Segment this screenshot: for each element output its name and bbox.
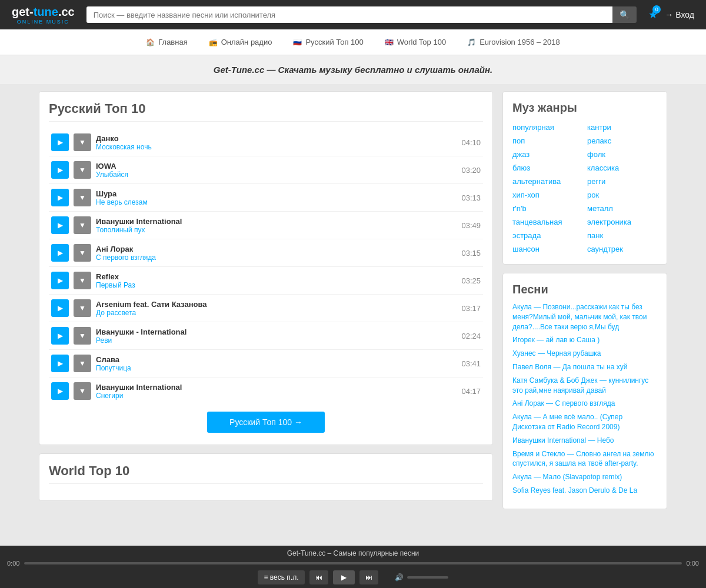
track-title: Московская ночь: [96, 143, 457, 151]
genre-link[interactable]: танцевальная: [512, 216, 582, 228]
genre-link[interactable]: шансон: [512, 243, 582, 255]
track-play-button[interactable]: ▶: [51, 327, 69, 345]
track-row: ▶ ▼ IOWA Улыбайся 03:20: [49, 156, 483, 184]
song-link[interactable]: Катя Самбука & Боб Джек — куннилингус эт…: [512, 376, 657, 396]
favorites-button[interactable]: ★ 0: [648, 8, 658, 21]
track-play-button[interactable]: ▶: [51, 133, 69, 151]
track-download-button[interactable]: ▼: [74, 382, 91, 400]
nav-home-label: Главная: [158, 38, 187, 46]
song-link[interactable]: Время и Стекло — Словно ангел на землю с…: [512, 449, 657, 469]
track-artist: Иванушки - International: [96, 328, 457, 336]
track-row: ▶ ▼ Данко Московская ночь 04:10: [49, 129, 483, 156]
genre-link[interactable]: релакс: [587, 135, 657, 146]
track-play-button[interactable]: ▶: [51, 161, 69, 179]
track-play-button[interactable]: ▶: [51, 299, 69, 317]
song-link[interactable]: Акула — Мало (Slavapotop remix): [512, 472, 657, 482]
genre-link[interactable]: поп: [512, 135, 582, 146]
track-download-button[interactable]: ▼: [74, 299, 91, 317]
login-icon: →: [665, 10, 673, 19]
search-button[interactable]: 🔍: [612, 6, 637, 23]
genre-link[interactable]: r'n'b: [512, 203, 582, 214]
genre-link[interactable]: саундтрек: [587, 243, 657, 255]
genre-link[interactable]: хип-хоп: [512, 189, 582, 201]
main-content: Русский Топ 10 ▶ ▼ Данко Московская ночь…: [29, 84, 677, 516]
track-duration: 04:17: [461, 387, 481, 396]
track-artist: Данко: [96, 134, 457, 143]
track-row: ▶ ▼ Слава Попутчица 03:41: [49, 350, 483, 377]
en-flag-icon: 🇬🇧: [385, 38, 394, 46]
nav-world-top[interactable]: 🇬🇧 World Top 100: [374, 29, 457, 55]
genre-link[interactable]: кантри: [587, 122, 657, 133]
track-duration: 03:25: [461, 276, 481, 285]
track-list: ▶ ▼ Данко Московская ночь 04:10 ▶ ▼ IOWA…: [49, 129, 483, 405]
track-download-button[interactable]: ▼: [74, 189, 91, 206]
genre-link[interactable]: популярная: [512, 122, 582, 133]
song-link[interactable]: Акула — Позвони...расскажи как ты без ме…: [512, 302, 657, 332]
nav-eurovision-label: Eurovision 1956 – 2018: [479, 38, 560, 46]
genre-link[interactable]: электроника: [587, 216, 657, 228]
track-artist: Ані Лорак: [96, 245, 457, 253]
login-button[interactable]: → Вход: [665, 10, 694, 19]
song-link[interactable]: Ані Лорак — С первого взгляда: [512, 399, 657, 409]
song-link[interactable]: Sofia Reyes feat. Jason Derulo & De La: [512, 486, 657, 496]
track-artist: Иванушки International: [96, 217, 457, 226]
header-actions: ★ 0 → Вход: [648, 8, 694, 21]
search-input[interactable]: [86, 6, 613, 23]
genre-link[interactable]: фолк: [587, 149, 657, 160]
track-play-button[interactable]: ▶: [51, 189, 69, 206]
nav-home[interactable]: 🏠 Главная: [135, 29, 198, 55]
nav-eurovision[interactable]: 🎵 Eurovision 1956 – 2018: [457, 29, 571, 55]
song-link[interactable]: Хуанес — Черная рубашка: [512, 349, 657, 359]
song-link[interactable]: Павел Воля — Да пошла ты на хуй: [512, 362, 657, 372]
track-play-button[interactable]: ▶: [51, 382, 69, 400]
track-title: Снегири: [96, 392, 457, 400]
track-download-button[interactable]: ▼: [74, 327, 91, 345]
login-label: Вход: [675, 10, 694, 19]
song-link[interactable]: Иванушки International — Небо: [512, 436, 657, 446]
track-download-button[interactable]: ▼: [74, 244, 91, 262]
track-play-button[interactable]: ▶: [51, 355, 69, 372]
track-play-button[interactable]: ▶: [51, 244, 69, 262]
track-download-button[interactable]: ▼: [74, 272, 91, 289]
search-bar: 🔍: [86, 6, 637, 23]
track-download-button[interactable]: ▼: [74, 133, 91, 151]
main-nav: 🏠 Главная 📻 Онлайн радио 🇷🇺 Русский Топ …: [0, 29, 706, 55]
track-artist: Arsenium feat. Сати Казанова: [96, 300, 457, 309]
header: get-tune.cc ONLINE MUSIC 🔍 ★ 0 → Вход: [0, 0, 706, 29]
genre-link[interactable]: металл: [587, 203, 657, 214]
track-download-button[interactable]: ▼: [74, 355, 91, 372]
track-download-button[interactable]: ▼: [74, 161, 91, 179]
track-title: Тополиный пух: [96, 226, 457, 234]
song-link[interactable]: Акула — А мне всё мало.. (Супер Дискотэк…: [512, 412, 657, 432]
track-info: Данко Московская ночь: [96, 134, 457, 151]
nav-radio[interactable]: 📻 Онлайн радио: [198, 29, 283, 55]
genre-link[interactable]: регги: [587, 176, 657, 187]
genre-link[interactable]: панк: [587, 230, 657, 241]
logo-sub: ONLINE MUSIC: [12, 19, 75, 25]
nav-russian-label: Русский Топ 100: [305, 38, 363, 46]
track-play-button[interactable]: ▶: [51, 216, 69, 234]
track-duration: 02:24: [461, 332, 481, 340]
track-info: Иванушки - International Реви: [96, 328, 457, 345]
genre-link[interactable]: альтернатива: [512, 176, 582, 187]
song-link[interactable]: Игорек — ай лав ю Саша ): [512, 335, 657, 345]
track-download-button[interactable]: ▼: [74, 216, 91, 234]
track-artist: IOWA: [96, 162, 457, 171]
genres-section: Муз жанры популярнаякантрипопрелаксджазф…: [502, 91, 667, 265]
track-info: Слава Попутчица: [96, 355, 457, 372]
genre-link[interactable]: блюз: [512, 162, 582, 173]
genre-link[interactable]: классика: [587, 162, 657, 173]
track-artist: Иванушки International: [96, 383, 457, 392]
genre-link[interactable]: рок: [587, 189, 657, 201]
track-play-button[interactable]: ▶: [51, 272, 69, 289]
world-top10-section: World Top 10: [39, 453, 493, 501]
russian-top100-button[interactable]: Русский Топ 100 →: [207, 412, 325, 433]
track-title: Попутчица: [96, 364, 457, 372]
track-duration: 03:13: [461, 193, 481, 202]
track-info: Иванушки International Тополиный пух: [96, 217, 457, 234]
logo-text: get-tune.cc: [12, 5, 75, 18]
genre-link[interactable]: эстрада: [512, 230, 582, 241]
track-duration: 03:41: [461, 359, 481, 368]
genre-link[interactable]: джаз: [512, 149, 582, 160]
nav-russian-top[interactable]: 🇷🇺 Русский Топ 100: [282, 29, 374, 55]
